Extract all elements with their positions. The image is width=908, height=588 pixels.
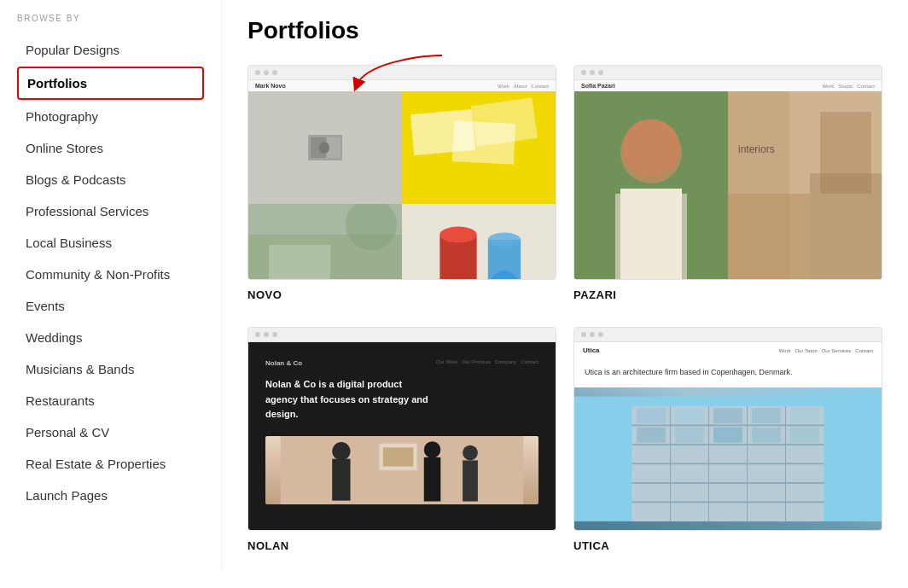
pazari-cell-interior: interiors bbox=[728, 91, 882, 280]
svg-rect-56 bbox=[713, 427, 742, 442]
browser-dot-1 bbox=[255, 70, 260, 75]
utica-preview-content: Utica Work Our Team Our Services Contact… bbox=[574, 342, 882, 530]
template-preview-utica: Utica Work Our Team Our Services Contact… bbox=[573, 327, 882, 531]
preview-site-name: Mark Novo bbox=[255, 83, 286, 89]
sidebar-item-label: Events bbox=[26, 299, 65, 313]
sidebar-item-label: Portfolios bbox=[27, 76, 87, 90]
sidebar-item-label: Photography bbox=[26, 109, 98, 124]
browser-dot-3 bbox=[598, 332, 603, 337]
sidebar-item-online-stores[interactable]: Online Stores bbox=[17, 133, 204, 163]
svg-point-30 bbox=[332, 442, 350, 460]
template-card-pazari[interactable]: Sofia Pazari Work Studio Contact bbox=[573, 65, 882, 301]
sidebar-item-photography[interactable]: Photography bbox=[17, 102, 204, 131]
browser-dot-1 bbox=[255, 332, 260, 337]
template-name-nolan: NOLAN bbox=[247, 539, 556, 552]
nolan-image-scene bbox=[265, 436, 538, 504]
browser-dot-2 bbox=[264, 332, 269, 337]
svg-rect-10 bbox=[402, 204, 556, 280]
template-card-nolan[interactable]: Nolan & Co Our Work Our Process Company … bbox=[247, 327, 556, 552]
sidebar-item-weddings[interactable]: Weddings bbox=[17, 323, 204, 352]
sidebar-item-real-estate[interactable]: Real Estate & Properties bbox=[17, 449, 204, 479]
template-name-pazari: PAZARI bbox=[573, 288, 882, 301]
svg-rect-53 bbox=[790, 408, 819, 423]
nolan-header: Nolan & Co Our Work Our Process Company … bbox=[265, 359, 538, 367]
sidebar-item-restaurants[interactable]: Restaurants bbox=[17, 386, 204, 416]
browse-by-label: BROWSE BY bbox=[17, 14, 204, 23]
svg-rect-52 bbox=[752, 408, 781, 423]
template-card-utica[interactable]: Utica Work Our Team Our Services Contact… bbox=[573, 327, 882, 552]
sidebar-item-label: Professional Services bbox=[26, 204, 148, 218]
svg-text:interiors: interiors bbox=[738, 143, 775, 155]
svg-rect-49 bbox=[637, 408, 666, 423]
sidebar-item-label: Community & Non-Profits bbox=[26, 267, 170, 282]
browser-bar bbox=[248, 328, 556, 342]
svg-rect-35 bbox=[424, 457, 441, 502]
svg-rect-50 bbox=[675, 408, 704, 423]
sidebar-item-label: Personal & CV bbox=[26, 425, 109, 440]
svg-point-34 bbox=[424, 441, 441, 458]
browser-dot-2 bbox=[264, 70, 269, 75]
svg-point-3 bbox=[319, 142, 329, 154]
sidebar-item-label: Restaurants bbox=[26, 393, 95, 408]
utica-building-image bbox=[574, 387, 882, 531]
sidebar-item-label: Musicians & Bands bbox=[26, 362, 135, 376]
template-preview-pazari: Sofia Pazari Work Studio Contact bbox=[573, 65, 882, 280]
sidebar-item-label: Local Business bbox=[26, 236, 112, 250]
novo-cell-cans bbox=[402, 204, 556, 280]
svg-rect-51 bbox=[713, 408, 742, 423]
sidebar-item-musicians-bands[interactable]: Musicians & Bands bbox=[17, 354, 204, 384]
svg-rect-22 bbox=[620, 189, 682, 280]
svg-rect-8 bbox=[269, 245, 330, 280]
template-name-utica: UTICA bbox=[573, 539, 882, 552]
page-title: Portfolios bbox=[247, 17, 882, 44]
sidebar-item-local-business[interactable]: Local Business bbox=[17, 228, 204, 258]
template-name-novo: NOVO bbox=[247, 288, 556, 301]
novo-cell-yellow bbox=[402, 91, 556, 204]
browser-bar bbox=[574, 328, 882, 342]
svg-rect-6 bbox=[471, 97, 538, 147]
main-content: Portfolios Mark Novo Work About Contact bbox=[222, 0, 908, 569]
novo-cell-book bbox=[248, 91, 402, 204]
svg-rect-55 bbox=[675, 427, 704, 442]
utica-description: Utica is an architecture firm based in C… bbox=[574, 358, 882, 387]
utica-site-name: Utica bbox=[583, 346, 600, 354]
svg-point-16 bbox=[488, 233, 521, 247]
sidebar-item-portfolios[interactable]: Portfolios bbox=[17, 67, 204, 100]
nolan-site-name: Nolan & Co bbox=[265, 359, 302, 367]
sidebar-item-professional-services[interactable]: Professional Services bbox=[17, 196, 204, 226]
preview-nav: Work Studio Contact bbox=[822, 84, 875, 89]
svg-rect-37 bbox=[463, 460, 478, 501]
sidebar-item-community-nonprofits[interactable]: Community & Non-Profits bbox=[17, 259, 204, 289]
sidebar-item-popular-designs[interactable]: Popular Designs bbox=[17, 35, 204, 65]
svg-rect-31 bbox=[332, 458, 350, 500]
sidebar-item-label: Real Estate & Properties bbox=[26, 457, 166, 471]
sidebar-item-label: Popular Designs bbox=[26, 43, 119, 57]
svg-point-13 bbox=[439, 226, 476, 242]
browser-bar bbox=[574, 66, 882, 80]
sidebar-item-launch-pages[interactable]: Launch Pages bbox=[17, 480, 204, 510]
sidebar: BROWSE BY Popular Designs Portfolios Pho… bbox=[0, 0, 222, 569]
sidebar-item-events[interactable]: Events bbox=[17, 291, 204, 321]
sidebar-item-personal-cv[interactable]: Personal & CV bbox=[17, 417, 204, 447]
browser-dot-1 bbox=[581, 332, 586, 337]
preview-nav: Work About Contact bbox=[498, 84, 549, 89]
browser-dot-3 bbox=[598, 70, 603, 75]
novo-cell-green bbox=[248, 204, 402, 280]
svg-rect-25 bbox=[728, 194, 810, 280]
sidebar-item-label: Blogs & Podcasts bbox=[26, 172, 126, 187]
pazari-image-grid: interiors bbox=[574, 91, 882, 279]
browser-dot-3 bbox=[272, 70, 277, 75]
svg-rect-58 bbox=[790, 427, 819, 442]
svg-point-21 bbox=[622, 119, 679, 176]
sidebar-item-label: Weddings bbox=[26, 330, 82, 345]
pazari-cell-person bbox=[574, 91, 728, 280]
novo-image-grid bbox=[248, 91, 556, 279]
sidebar-item-label: Launch Pages bbox=[26, 488, 108, 503]
svg-rect-54 bbox=[637, 427, 666, 442]
svg-rect-57 bbox=[752, 427, 781, 442]
sidebar-item-blogs-podcasts[interactable]: Blogs & Podcasts bbox=[17, 165, 204, 195]
nolan-preview-content: Nolan & Co Our Work Our Process Company … bbox=[248, 342, 556, 530]
browser-dot-1 bbox=[581, 70, 586, 75]
browser-dot-3 bbox=[272, 332, 277, 337]
arrow-indicator bbox=[348, 47, 451, 102]
